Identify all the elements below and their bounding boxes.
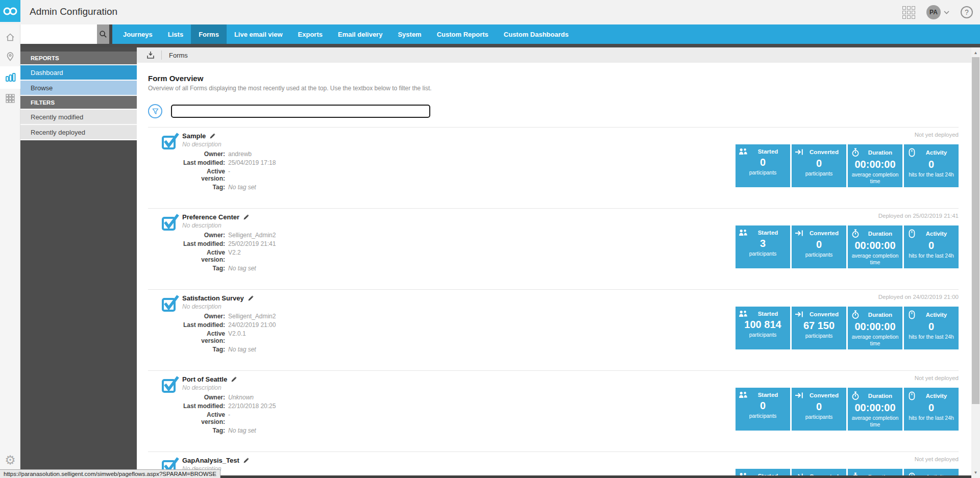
tag-label: Tag: xyxy=(182,427,225,434)
search-input[interactable] xyxy=(20,24,97,44)
stat-converted-sub: participants xyxy=(794,414,844,420)
avatar[interactable]: PA xyxy=(926,5,941,19)
scrollbar-thumb[interactable] xyxy=(972,57,979,404)
tab-custom-reports[interactable]: Custom Reports xyxy=(429,24,496,44)
owner-label: Owner: xyxy=(182,313,225,320)
form-description: No description xyxy=(182,384,276,391)
sidebar-item-recently-deployed[interactable]: Recently deployed xyxy=(20,125,137,140)
form-description: No description xyxy=(182,141,276,148)
last-modified-label: Last modified: xyxy=(182,402,225,410)
last-modified-label: Last modified: xyxy=(182,240,225,247)
form-checkbox-icon[interactable] xyxy=(161,132,180,150)
tab-exports[interactable]: Exports xyxy=(290,24,330,44)
edit-pencil-icon[interactable] xyxy=(243,214,250,220)
tab-custom-dashboards[interactable]: Custom Dashboards xyxy=(496,24,576,44)
sidebar-item-dashboard[interactable]: Dashboard xyxy=(20,65,137,81)
stat-duration-sub: average completion time xyxy=(850,171,900,184)
sidebar-item-recently-modified[interactable]: Recently modified xyxy=(20,110,137,125)
stat-converted-value: 67 150 xyxy=(794,320,844,332)
tag-value: No tag set xyxy=(228,265,276,272)
stat-activity-sub: hits for the last 24h xyxy=(906,415,956,421)
stat-converted-label: Converted xyxy=(804,149,844,155)
form-name[interactable]: Sample xyxy=(182,132,206,140)
stat-activity-value: 0 xyxy=(906,159,956,170)
active-version-label: Active version: xyxy=(182,249,225,263)
nav-divider xyxy=(109,24,112,44)
last-modified-label: Last modified: xyxy=(182,159,225,166)
home-icon[interactable] xyxy=(0,28,20,47)
filter-input[interactable] xyxy=(171,105,430,118)
form-checkbox-icon[interactable] xyxy=(161,213,180,232)
vertical-scrollbar[interactable]: ▲ ▼ xyxy=(971,47,980,478)
active-version-label: Active version: xyxy=(182,411,225,425)
stat-started-sub: participants xyxy=(738,413,788,419)
deployment-status: Not yet deployed xyxy=(734,456,959,464)
owner-value: andrewb xyxy=(228,150,276,158)
edit-pencil-icon[interactable] xyxy=(231,376,237,383)
edit-pencil-icon[interactable] xyxy=(248,295,254,301)
tab-email-delivery[interactable]: Email delivery xyxy=(330,24,390,44)
breadcrumb: Forms xyxy=(137,47,971,63)
sidebar-item-browse[interactable]: Browse xyxy=(20,81,137,96)
form-checkbox-icon[interactable] xyxy=(161,375,180,394)
mouse-icon xyxy=(906,391,917,400)
scroll-down-arrow[interactable]: ▼ xyxy=(971,468,980,477)
sidebar-header-reports: REPORTS xyxy=(20,52,137,65)
user-menu[interactable]: PA xyxy=(926,5,949,19)
sidebar-header-filters: FILTERS xyxy=(20,96,137,110)
icon-rail: ⚙ xyxy=(0,24,20,478)
selligent-logo[interactable] xyxy=(0,0,20,22)
stat-tile-activity: Activity 0 hits for the last 24h xyxy=(904,388,959,431)
tab-lists[interactable]: Lists xyxy=(160,24,191,44)
bottom-edge-strip xyxy=(137,475,971,478)
infinity-icon xyxy=(3,7,18,16)
filter-funnel-icon[interactable] xyxy=(148,104,162,118)
stat-started-label: Started xyxy=(748,230,788,236)
gear-icon[interactable]: ⚙ xyxy=(0,450,20,470)
tab-forms[interactable]: Forms xyxy=(191,24,227,44)
stat-tile-started: Started 100 814 participants xyxy=(736,307,790,349)
form-metadata: Owner: Unknown Last modified: 22/10/2018… xyxy=(182,394,276,434)
stat-duration-value: 00:00:00 xyxy=(850,321,900,333)
tab-system[interactable]: System xyxy=(390,24,429,44)
edit-pencil-icon[interactable] xyxy=(209,133,216,139)
page-title: Admin Configuration xyxy=(30,6,117,17)
tag-value: No tag set xyxy=(228,346,276,353)
deployment-status: Deployed on 24/02/2019 21:00 xyxy=(734,294,959,302)
tab-journeys[interactable]: Journeys xyxy=(115,24,160,44)
form-name[interactable]: Port of Seattle xyxy=(182,375,227,383)
form-description: No description xyxy=(182,303,276,310)
stat-started-value: 100 814 xyxy=(738,319,788,331)
last-modified-value: 25/04/2019 17:18 xyxy=(228,159,276,166)
main-content: Forms Form Overview Overview of all Form… xyxy=(137,47,971,478)
map-pin-icon[interactable] xyxy=(0,47,20,66)
stat-activity-value: 0 xyxy=(906,402,956,414)
edit-pencil-icon[interactable] xyxy=(243,457,250,464)
form-metadata: Owner: andrewb Last modified: 25/04/2019… xyxy=(182,150,276,191)
scroll-up-arrow[interactable]: ▲ xyxy=(971,48,980,57)
stat-converted-label: Converted xyxy=(804,392,844,398)
stat-converted-label: Converted xyxy=(804,311,844,317)
stopwatch-icon xyxy=(850,310,861,319)
search-button[interactable] xyxy=(97,24,109,44)
bar-chart-icon[interactable] xyxy=(0,66,20,89)
owner-value: Selligent_Admin2 xyxy=(228,313,276,320)
form-name[interactable]: Preference Center xyxy=(182,213,239,221)
stat-activity-sub: hits for the last 24h xyxy=(906,171,956,178)
apps-grid-icon[interactable] xyxy=(902,6,915,19)
stat-activity-label: Activity xyxy=(917,312,956,318)
chevron-down-icon xyxy=(944,11,949,14)
search-icon xyxy=(99,30,107,38)
stat-activity-label: Activity xyxy=(917,149,956,156)
grid-icon[interactable] xyxy=(0,89,20,108)
stat-tile-duration: Duration 00:00:00 average completion tim… xyxy=(848,144,902,187)
help-icon[interactable]: ? xyxy=(961,6,973,18)
form-name[interactable]: GapAnalysis_Test xyxy=(182,457,239,464)
deployment-status: Not yet deployed xyxy=(734,132,959,140)
active-version-value: - xyxy=(228,168,276,182)
stat-started-sub: participants xyxy=(738,250,788,257)
tab-live-email-view[interactable]: Live email view xyxy=(227,24,290,44)
form-checkbox-icon[interactable] xyxy=(161,294,180,313)
stat-tile-duration: Duration 00:00:00 average completion tim… xyxy=(848,307,902,349)
form-name[interactable]: Satisfaction Survey xyxy=(182,294,244,302)
